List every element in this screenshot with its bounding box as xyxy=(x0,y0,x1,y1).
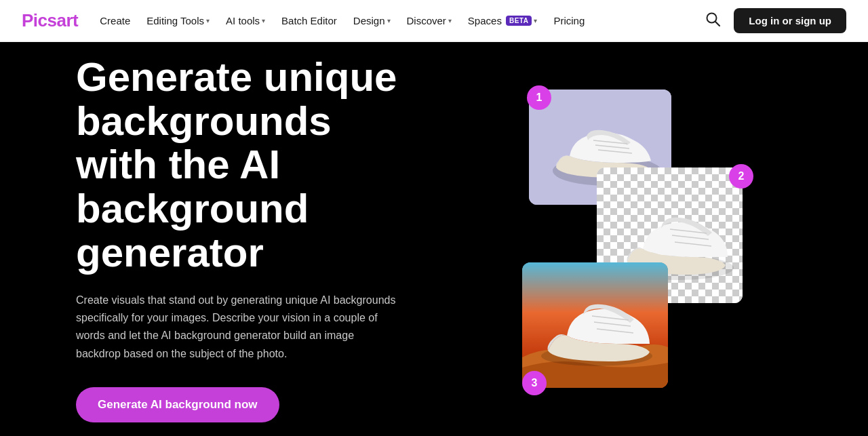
search-icon xyxy=(705,12,720,26)
nav-right: Log in or sign up xyxy=(703,8,846,33)
navbar: Picsart Create Editing Tools ▾ AI tools … xyxy=(0,0,868,42)
step-1-badge: 1 xyxy=(527,85,551,110)
nav-link-design[interactable]: Design ▾ xyxy=(353,15,391,26)
nav-link-discover[interactable]: Discover ▾ xyxy=(407,15,452,26)
hero-description: Create visuals that stand out by generat… xyxy=(76,292,401,363)
shoe-image-3 xyxy=(522,262,668,388)
chevron-down-icon: ▾ xyxy=(534,17,537,24)
beta-badge: BETA xyxy=(506,16,532,26)
chevron-down-icon: ▾ xyxy=(206,17,210,24)
nav-link-pricing[interactable]: Pricing xyxy=(553,15,585,26)
hero-title: Generate unique backgrounds with the AI … xyxy=(76,56,420,275)
chevron-down-icon: ▾ xyxy=(387,17,391,24)
nav-link-editing-tools[interactable]: Editing Tools ▾ xyxy=(146,15,210,26)
nav-links: Create Editing Tools ▾ AI tools ▾ Batch … xyxy=(100,15,585,26)
chevron-down-icon: ▾ xyxy=(448,17,452,24)
logo[interactable]: Picsart xyxy=(22,10,78,31)
step-2-badge: 2 xyxy=(729,164,753,189)
step-3-badge: 3 xyxy=(522,371,547,395)
logo-text: Picsart xyxy=(22,10,78,31)
cta-button[interactable]: Generate AI background now xyxy=(76,387,279,422)
search-button[interactable] xyxy=(703,9,723,33)
hero-images: 1 2 xyxy=(475,69,827,408)
svg-line-1 xyxy=(715,22,719,26)
hero-text-block: Generate unique backgrounds with the AI … xyxy=(0,56,420,423)
nav-link-create[interactable]: Create xyxy=(100,15,130,26)
nav-link-spaces[interactable]: Spaces BETA ▾ xyxy=(468,15,538,26)
hero-section: Generate unique backgrounds with the AI … xyxy=(0,42,868,436)
nav-link-batch-editor[interactable]: Batch Editor xyxy=(281,15,337,26)
nav-link-ai-tools[interactable]: AI tools ▾ xyxy=(226,15,265,26)
login-button[interactable]: Log in or sign up xyxy=(734,8,846,33)
nav-left: Picsart Create Editing Tools ▾ AI tools … xyxy=(22,10,585,31)
chevron-down-icon: ▾ xyxy=(262,17,265,24)
